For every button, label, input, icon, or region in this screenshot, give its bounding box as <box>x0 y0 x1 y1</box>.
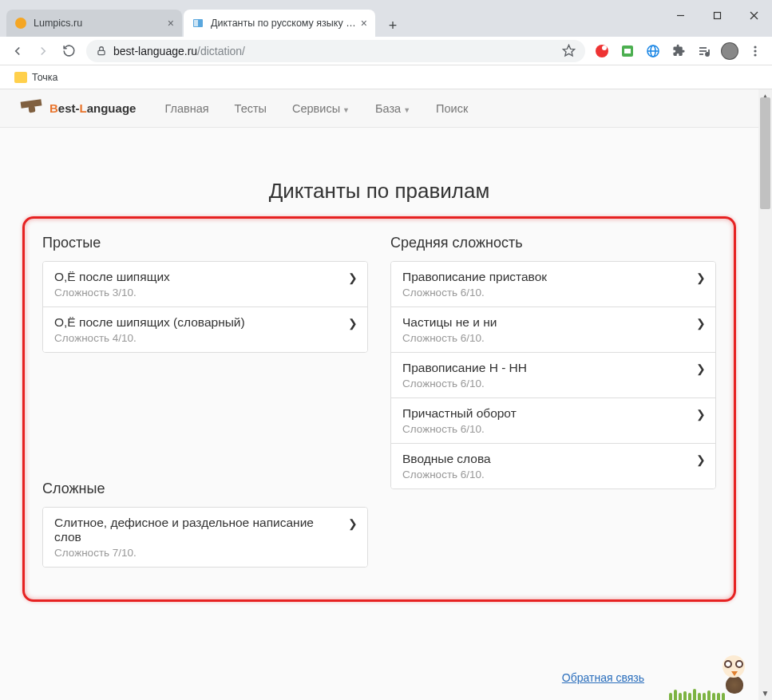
item-subtitle: Сложность 7/10. <box>54 547 356 559</box>
list-item[interactable]: Частицы не и ни Сложность 6/10. ❯ <box>391 307 715 353</box>
site-logo[interactable]: Best-Language <box>19 97 136 120</box>
list-item[interactable]: О,Ё после шипящих Сложность 3/10. ❯ <box>43 262 367 307</box>
nav-search[interactable]: Поиск <box>425 93 479 125</box>
chevron-right-icon: ❯ <box>348 317 358 330</box>
item-title: Вводные слова <box>402 452 704 466</box>
list-item[interactable]: Причастный оборот Сложность 6/10. ❯ <box>391 398 715 444</box>
maximize-button[interactable] <box>699 0 735 30</box>
list-item[interactable]: О,Ё после шипящих (словарный) Сложность … <box>43 307 367 352</box>
svg-rect-4 <box>714 12 720 18</box>
browser-titlebar: Lumpics.ru × Диктанты по русскому языку … <box>0 0 772 37</box>
svg-rect-2 <box>194 20 198 26</box>
extension-globe[interactable] <box>643 41 663 61</box>
item-title: О,Ё после шипящих (словарный) <box>54 315 356 330</box>
list-group-easy: О,Ё после шипящих Сложность 3/10. ❯ О,Ё … <box>42 261 368 353</box>
bookmark-label: Точка <box>32 72 58 83</box>
item-title: Правописание Н - НН <box>402 361 704 375</box>
extension-playlist[interactable] <box>694 41 715 61</box>
list-item[interactable]: Правописание приставок Сложность 6/10. ❯ <box>391 262 715 307</box>
site-header: Best-Language Главная Тесты Сервисы▼ Баз… <box>0 89 758 128</box>
bookmark-star-icon[interactable] <box>562 44 576 57</box>
nav-services[interactable]: Сервисы▼ <box>281 93 361 125</box>
favicon-bestlanguage <box>192 17 204 30</box>
new-tab-button[interactable]: + <box>382 14 404 37</box>
svg-point-23 <box>754 45 756 48</box>
owl-mascot-icon <box>676 651 748 698</box>
item-subtitle: Сложность 6/10. <box>402 287 704 299</box>
reload-button[interactable] <box>57 40 80 62</box>
url-text: best-language.ru/dictation/ <box>113 45 556 57</box>
graduation-hat-icon <box>19 97 45 120</box>
menu-button[interactable] <box>745 41 766 61</box>
footer-area: Обратная связь <box>530 660 676 695</box>
item-title: О,Ё после шипящих <box>54 270 356 284</box>
bookmark-folder[interactable]: Точка <box>10 69 63 86</box>
close-window-button[interactable] <box>735 0 772 30</box>
list-group-medium: Правописание приставок Сложность 6/10. ❯… <box>390 261 716 489</box>
folder-icon <box>14 72 27 83</box>
chevron-down-icon: ▼ <box>403 106 410 114</box>
highlighted-section: Простые О,Ё после шипящих Сложность 3/10… <box>22 216 736 602</box>
svg-marker-8 <box>563 45 574 55</box>
browser-toolbar: best-language.ru/dictation/ <box>0 37 772 65</box>
section-heading-hard: Сложные <box>42 481 368 497</box>
extension-opera[interactable] <box>592 41 612 61</box>
nav-tests[interactable]: Тесты <box>224 93 278 125</box>
forward-button[interactable] <box>32 40 54 62</box>
extensions-button[interactable] <box>668 41 689 61</box>
item-subtitle: Сложность 6/10. <box>402 469 704 481</box>
lock-icon <box>96 45 107 57</box>
item-subtitle: Сложность 3/10. <box>54 287 356 299</box>
scroll-down-icon[interactable]: ▼ <box>758 686 772 700</box>
minimize-button[interactable] <box>662 0 699 30</box>
section-heading-easy: Простые <box>42 235 368 251</box>
svg-point-22 <box>722 43 738 59</box>
back-button[interactable] <box>6 40 29 62</box>
section-heading-medium: Средняя сложность <box>390 235 716 251</box>
item-title: Слитное, дефисное и раздельное написание… <box>54 516 356 544</box>
item-subtitle: Сложность 6/10. <box>402 378 704 390</box>
svg-point-10 <box>602 45 607 50</box>
item-subtitle: Сложность 6/10. <box>402 423 704 435</box>
extension-green[interactable] <box>617 41 638 61</box>
nav-base[interactable]: База▼ <box>364 93 422 125</box>
svg-point-9 <box>596 45 608 57</box>
item-subtitle: Сложность 4/10. <box>54 332 356 344</box>
page-title: Диктанты по правилам <box>22 179 736 204</box>
list-item[interactable]: Слитное, дефисное и раздельное написание… <box>43 508 367 567</box>
chevron-right-icon: ❯ <box>696 271 706 284</box>
scrollbar-track[interactable]: ▲ ▼ <box>758 89 772 700</box>
address-bar[interactable]: best-language.ru/dictation/ <box>86 40 585 62</box>
browser-tab-1[interactable]: Диктанты по русскому языку - п × <box>184 10 375 37</box>
tab-title: Диктанты по русскому языку - п <box>211 18 356 29</box>
chevron-right-icon: ❯ <box>348 517 358 530</box>
item-title: Частицы не и ни <box>402 315 704 330</box>
list-item[interactable]: Вводные слова Сложность 6/10. ❯ <box>391 444 715 488</box>
svg-rect-7 <box>98 50 105 54</box>
svg-point-0 <box>15 18 26 29</box>
svg-rect-12 <box>624 49 631 53</box>
chevron-right-icon: ❯ <box>348 271 358 284</box>
tab-title: Lumpics.ru <box>34 18 163 29</box>
chevron-right-icon: ❯ <box>696 362 706 375</box>
feedback-link[interactable]: Обратная связь <box>562 671 644 684</box>
favicon-lumpics <box>14 17 27 30</box>
close-icon[interactable]: × <box>361 17 367 30</box>
svg-point-25 <box>754 53 756 56</box>
scrollbar-thumb[interactable] <box>760 97 770 209</box>
chevron-down-icon: ▼ <box>342 106 350 114</box>
browser-tab-0[interactable]: Lumpics.ru × <box>6 10 182 37</box>
item-subtitle: Сложность 6/10. <box>402 332 704 344</box>
close-icon[interactable]: × <box>168 17 174 30</box>
item-title: Причастный оборот <box>402 406 704 421</box>
chevron-right-icon: ❯ <box>696 408 706 421</box>
brand-text: Best-Language <box>49 101 136 115</box>
list-item[interactable]: Правописание Н - НН Сложность 6/10. ❯ <box>391 353 715 398</box>
list-group-hard: Слитное, дефисное и раздельное написание… <box>42 507 368 568</box>
svg-point-24 <box>754 49 756 52</box>
profile-avatar[interactable] <box>719 41 740 61</box>
bookmarks-bar: Точка <box>0 65 772 89</box>
item-title: Правописание приставок <box>402 270 704 284</box>
chevron-right-icon: ❯ <box>696 453 706 466</box>
nav-home[interactable]: Главная <box>153 93 220 125</box>
